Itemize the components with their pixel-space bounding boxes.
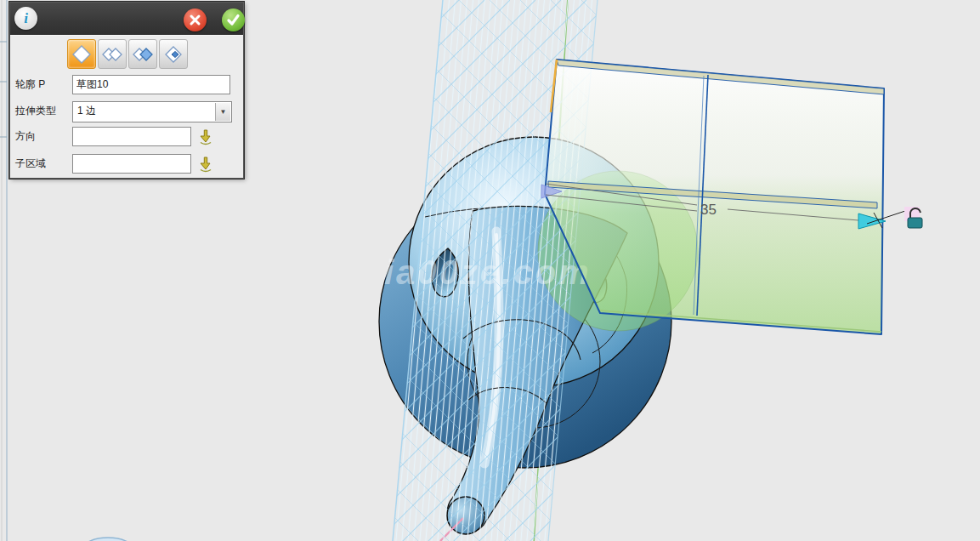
pick-subregion-icon[interactable] <box>198 156 213 173</box>
direction-input[interactable] <box>72 127 191 146</box>
subregion-label: 子区域 <box>15 154 46 174</box>
mode-button-region-point[interactable] <box>159 39 188 69</box>
chevron-down-icon: ▼ <box>220 108 227 116</box>
profile-input[interactable] <box>72 75 230 94</box>
region-add-diamond-icon <box>132 43 154 65</box>
single-region-diamond-icon <box>71 43 93 65</box>
mode-button-region-add[interactable] <box>128 39 157 69</box>
mode-button-single-region[interactable] <box>67 39 96 69</box>
extrude-distance-value[interactable]: 35 <box>700 202 717 218</box>
dropdown-arrow-button[interactable]: ▼ <box>215 103 230 121</box>
profile-label: 轮廓 P <box>15 75 45 94</box>
dialog-titlebar[interactable]: i <box>10 3 243 36</box>
extrude-type-value: 1 边 <box>77 102 96 120</box>
pick-direction-icon[interactable] <box>198 128 213 145</box>
mode-button-double-region[interactable] <box>98 39 127 69</box>
check-icon <box>226 14 241 26</box>
extrude-properties-dialog[interactable]: i <box>9 2 244 179</box>
extrude-type-label: 拉伸类型 <box>15 101 56 121</box>
subregion-input[interactable] <box>72 154 191 174</box>
region-point-diamond-icon <box>162 43 184 65</box>
cancel-button[interactable] <box>184 9 207 31</box>
confirm-button[interactable] <box>222 9 245 31</box>
extrude-type-dropdown[interactable]: 1 边 ▼ <box>72 101 232 122</box>
direction-label: 方向 <box>15 127 36 146</box>
extrude-preview-box[interactable] <box>545 60 884 334</box>
close-icon <box>189 14 201 26</box>
double-region-diamond-icon <box>101 43 123 65</box>
extrude-mode-toolbar <box>67 39 188 69</box>
info-icon: i <box>14 7 37 30</box>
